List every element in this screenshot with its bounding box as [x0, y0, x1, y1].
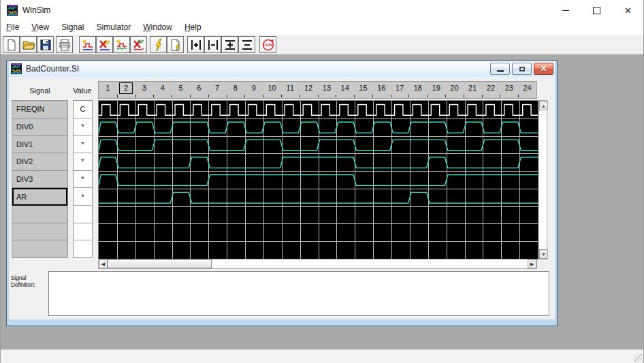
- signal-cell-empty[interactable]: [12, 240, 67, 257]
- timeline-number-24[interactable]: 24: [518, 84, 536, 92]
- timeline-number-20[interactable]: 20: [445, 84, 464, 92]
- timeline-number-11[interactable]: 11: [281, 84, 300, 92]
- document-restore-button[interactable]: [512, 63, 532, 75]
- signal-cell-DIV2[interactable]: DIV2: [12, 153, 67, 171]
- add-signal-button[interactable]: [79, 36, 96, 53]
- svg-text:CUPL: CUPL: [263, 43, 273, 47]
- horizontal-scroll-thumb[interactable]: [108, 259, 212, 268]
- resize-grip[interactable]: [634, 354, 643, 362]
- value-cell-DIV3[interactable]: *: [74, 171, 92, 189]
- menu-item-help[interactable]: Help: [178, 20, 208, 35]
- value-cell-empty[interactable]: [74, 206, 92, 223]
- scroll-up-button[interactable]: ▲: [539, 101, 548, 110]
- value-cell-DIV2[interactable]: *: [74, 153, 92, 171]
- document-close-button[interactable]: ✕: [534, 63, 553, 75]
- scroll-left-button[interactable]: ◀: [99, 259, 108, 268]
- signal-cell-empty[interactable]: [12, 223, 67, 241]
- print-button[interactable]: [56, 36, 73, 53]
- value-cell-empty[interactable]: [74, 240, 92, 257]
- add-all-signals-button[interactable]: [113, 36, 130, 53]
- minimize-icon: [562, 10, 569, 11]
- timeline-tick: [117, 95, 118, 97]
- simulation-options-button[interactable]: [167, 36, 184, 53]
- menu-item-window[interactable]: Window: [137, 20, 178, 35]
- value-cell-DIV1[interactable]: *: [74, 136, 92, 153]
- timeline-number-3[interactable]: 3: [135, 84, 154, 92]
- signal-name-column: FREQINDIV0DIV1DIV2DIV3AR: [12, 100, 68, 258]
- signal-cell-FREQIN[interactable]: FREQIN: [12, 101, 67, 119]
- menu-bar: FileViewSignalSimulatorWindowHelp: [1, 20, 643, 35]
- timeline-ruler[interactable]: 123456789101112131415161718192021222324: [98, 81, 537, 99]
- new-file-icon: [5, 38, 18, 52]
- timeline-number-9[interactable]: 9: [244, 84, 263, 92]
- timeline-tick: [281, 95, 282, 97]
- scroll-down-button[interactable]: ▼: [539, 249, 548, 259]
- timeline-number-10[interactable]: 10: [263, 84, 281, 92]
- document-title-bar[interactable]: BadCounter.SI ✕: [9, 61, 555, 77]
- signal-cell-DIV1[interactable]: DIV1: [12, 136, 67, 153]
- menu-item-file[interactable]: File: [1, 20, 25, 35]
- compress-rows-icon: [240, 38, 254, 52]
- document-logo-icon: [11, 63, 22, 74]
- signal-definition-input[interactable]: [49, 272, 549, 315]
- signal-cell-empty[interactable]: [12, 206, 67, 223]
- minimize-button[interactable]: [550, 0, 581, 20]
- save-button[interactable]: [37, 36, 54, 53]
- timeline-number-13[interactable]: 13: [318, 84, 336, 92]
- open-cupl-button[interactable]: CUPL: [259, 36, 276, 53]
- timeline-tick: [263, 95, 263, 97]
- document-minimize-button[interactable]: [490, 63, 510, 75]
- menu-item-simulator[interactable]: Simulator: [91, 20, 138, 35]
- compress-rows-button[interactable]: [238, 36, 255, 53]
- waveform-plot[interactable]: [99, 101, 538, 259]
- run-simulation-button[interactable]: [150, 36, 167, 53]
- timeline-number-16[interactable]: 16: [372, 84, 391, 92]
- compress-timescale-icon: [206, 38, 220, 52]
- horizontal-scrollbar[interactable]: ◀ ▶: [98, 259, 537, 269]
- maximize-button[interactable]: [581, 0, 612, 20]
- delete-signal-button[interactable]: [96, 36, 113, 53]
- timeline-cursor[interactable]: [119, 82, 133, 94]
- timeline-number-18[interactable]: 18: [408, 84, 427, 92]
- timeline-tick: [445, 95, 446, 97]
- expand-timescale-icon: [189, 38, 203, 52]
- timeline-number-23[interactable]: 23: [500, 84, 518, 92]
- value-column-header: Value: [71, 86, 93, 95]
- vertical-scrollbar[interactable]: ▲ ▼: [538, 100, 547, 259]
- timeline-number-7[interactable]: 7: [208, 84, 227, 92]
- timeline-tick: [518, 95, 519, 97]
- timeline-number-19[interactable]: 19: [427, 84, 445, 92]
- timeline-number-8[interactable]: 8: [227, 84, 245, 92]
- timeline-number-1[interactable]: 1: [99, 84, 117, 92]
- timeline-number-22[interactable]: 22: [482, 84, 500, 92]
- timeline-number-14[interactable]: 14: [336, 84, 354, 92]
- mdi-workspace: BadCounter.SI ✕ Signal Value FREQINDIV0D…: [1, 54, 643, 349]
- scroll-right-button[interactable]: ▶: [528, 259, 536, 268]
- timeline-number-6[interactable]: 6: [190, 84, 208, 92]
- expand-timescale-button[interactable]: [187, 36, 204, 53]
- signal-cell-DIV3[interactable]: DIV3: [12, 171, 67, 189]
- signal-cell-AR[interactable]: AR: [12, 188, 67, 206]
- timeline-number-15[interactable]: 15: [354, 84, 372, 92]
- close-button[interactable]: ✕: [613, 0, 643, 20]
- value-cell-AR[interactable]: *: [74, 188, 92, 206]
- menu-item-view[interactable]: View: [25, 20, 55, 35]
- document-title: BadCounter.SI: [26, 64, 79, 74]
- waveform-area[interactable]: [98, 100, 538, 259]
- menu-item-signal[interactable]: Signal: [55, 20, 90, 35]
- expand-rows-button[interactable]: [221, 36, 238, 53]
- timeline-number-12[interactable]: 12: [300, 84, 318, 92]
- open-button[interactable]: [20, 36, 37, 53]
- timeline-number-17[interactable]: 17: [391, 84, 409, 92]
- new-button[interactable]: [3, 36, 20, 53]
- value-cell-DIV0[interactable]: *: [74, 119, 92, 136]
- value-cell-empty[interactable]: [74, 223, 92, 241]
- timeline-number-4[interactable]: 4: [153, 84, 172, 92]
- delete-all-signals-button[interactable]: [130, 36, 147, 53]
- signal-cell-DIV0[interactable]: DIV0: [12, 119, 67, 136]
- value-cell-FREQIN[interactable]: C: [74, 101, 92, 119]
- document-icon: [11, 63, 22, 74]
- timeline-number-5[interactable]: 5: [172, 84, 190, 92]
- timeline-number-21[interactable]: 21: [464, 84, 482, 92]
- compress-timescale-button[interactable]: [204, 36, 221, 53]
